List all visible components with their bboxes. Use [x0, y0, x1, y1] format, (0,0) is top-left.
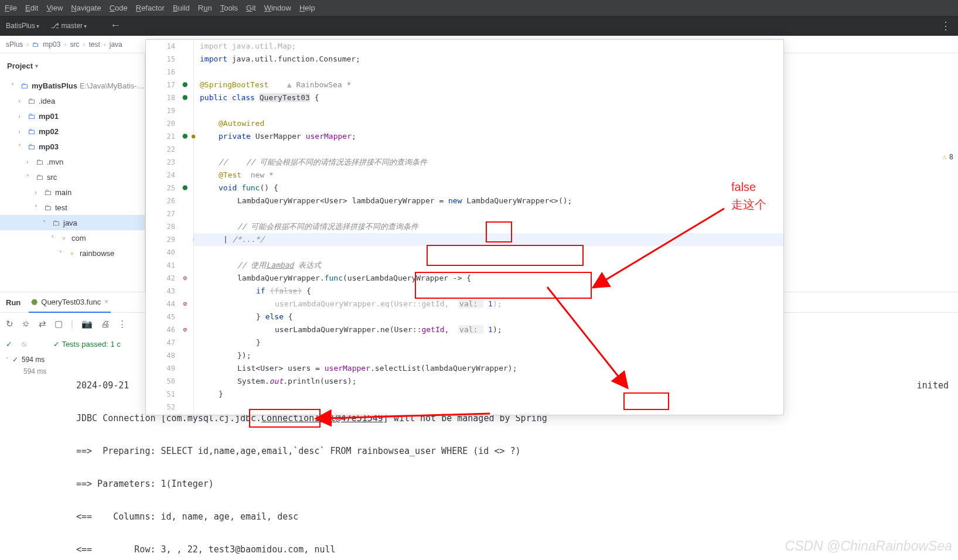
breadcrumb-item[interactable]: src — [70, 40, 79, 49]
menu-tools[interactable]: Tools — [220, 4, 238, 12]
menu-git[interactable]: Git — [246, 4, 256, 12]
tests-passed-label: Tests passed: 1 c — [62, 340, 120, 349]
menu-window[interactable]: Window — [264, 4, 291, 12]
tree-mp02[interactable]: ›mp02 — [0, 124, 145, 139]
rerun-icon[interactable]: ↻ — [6, 319, 13, 329]
menubar[interactable]: FiFilele Edit View Navigate Code Refacto… — [0, 0, 958, 16]
branch-selector[interactable]: ⎇ master▾ — [51, 22, 87, 30]
watermark: CSDN @ChinaRainbowSea — [785, 538, 952, 554]
prohibit-icon: ⦸ — [22, 339, 26, 349]
test-node-name[interactable]: 594 ms — [22, 356, 45, 364]
run-title: Run — [6, 298, 21, 307]
tick-icon: ✓ — [53, 340, 60, 349]
breadcrumb-item[interactable]: java — [110, 40, 122, 49]
tick-icon: ✓ — [6, 340, 12, 349]
tree-java[interactable]: ˅java — [0, 215, 145, 230]
tree-mp01[interactable]: ›mp01 — [0, 108, 145, 124]
project-selector[interactable]: BatisPlus▾ — [6, 22, 39, 30]
tree-idea[interactable]: ›.idea — [0, 93, 145, 108]
chevron-down-icon[interactable]: ˅ — [6, 357, 9, 363]
menu-file[interactable]: FiFilele — [5, 4, 17, 12]
tree-root[interactable]: ˅myBatisPlus E:\Java\MyBatis-… — [0, 78, 145, 93]
menu-help[interactable]: Help — [299, 4, 315, 12]
tree-src[interactable]: ˅src — [0, 169, 145, 185]
toolbar: BatisPlus▾ ⎇ master▾ ← ⋮ — [0, 16, 958, 36]
menu-refactor[interactable]: Refactor — [136, 4, 165, 12]
breadcrumb-item[interactable]: sPlus — [6, 40, 23, 49]
kebab-menu[interactable]: ⋮ — [940, 19, 952, 32]
tree-mp03[interactable]: ˅mp03 — [0, 139, 145, 154]
tree-rainbowse[interactable]: ˅rainbowse — [0, 245, 145, 261]
editor-popup[interactable]: /*populated below*/ 14import java.util.M… — [145, 39, 784, 415]
project-sidebar: Project▾ ˅myBatisPlus E:\Java\MyBatis-… … — [0, 53, 145, 292]
tick-icon: ✓ — [12, 356, 18, 364]
project-tree[interactable]: ˅myBatisPlus E:\Java\MyBatis-… ›.idea ›m… — [0, 78, 145, 292]
gear-icon[interactable]: ⛭ — [22, 319, 30, 329]
editor[interactable]: ⚠8 /*populated below*/ 14import java.uti… — [145, 53, 958, 292]
lint-bar[interactable]: ⚠8 — [943, 153, 953, 161]
tree-main[interactable]: ›main — [0, 185, 145, 200]
breadcrumb-item[interactable]: test — [88, 40, 100, 49]
menu-code[interactable]: Code — [110, 4, 128, 12]
menu-build[interactable]: Build — [173, 4, 190, 12]
camera-icon[interactable]: 📷 — [81, 319, 93, 329]
print-icon[interactable]: 🖨 — [101, 319, 110, 329]
more-icon[interactable]: ⋮ — [118, 319, 127, 329]
menu-edit[interactable]: Edit — [25, 4, 38, 12]
project-header[interactable]: Project▾ — [0, 53, 145, 78]
content-area: Project▾ ˅myBatisPlus E:\Java\MyBatis-… … — [0, 53, 958, 292]
stop-icon[interactable]: ▢ — [54, 319, 63, 329]
test-time: 594 ms — [23, 367, 46, 375]
menu-navigate[interactable]: Navigate — [71, 4, 101, 12]
menu-run[interactable]: Run — [198, 4, 212, 12]
tree-com[interactable]: ˅com — [0, 230, 145, 245]
menu-view[interactable]: View — [46, 4, 63, 12]
lint-count: 8 — [949, 153, 953, 161]
run-tab[interactable]: ⬣QueryTest03.func× — [29, 292, 111, 313]
tree-mvn[interactable]: ›.mvn — [0, 154, 145, 169]
close-icon[interactable]: × — [104, 298, 108, 306]
swap-icon[interactable]: ⇄ — [39, 319, 46, 329]
breadcrumb-item[interactable]: mp03 — [43, 40, 60, 49]
warning-icon: ⚠ — [943, 153, 947, 161]
tree-test[interactable]: ˅test — [0, 200, 145, 215]
back-button[interactable]: ← — [110, 19, 121, 32]
